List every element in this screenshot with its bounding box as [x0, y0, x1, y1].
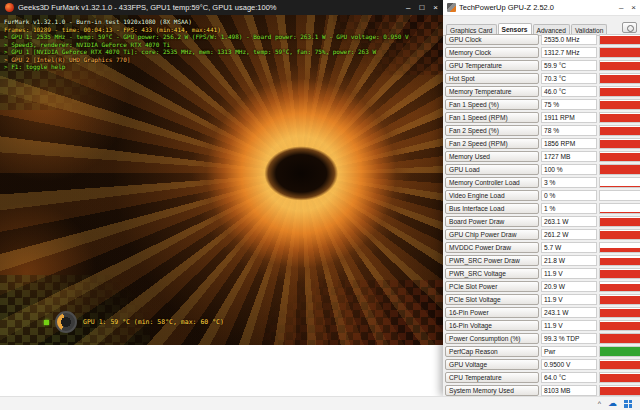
sensor-row: System Memory Used8103 MB [445, 384, 640, 396]
gauge-label: GPU 1: 59 °C (min: 58°C, max: 60 °C) [83, 318, 224, 326]
gpuz-window-title: TechPowerUp GPU-Z 2.52.0 [459, 3, 616, 12]
sensor-graph [599, 164, 640, 175]
sensor-label[interactable]: GPU Clock [445, 34, 539, 45]
sensor-row: Fan 1 Speed (%)75 % [445, 98, 640, 111]
sensor-graph [599, 385, 640, 396]
sensor-row: Fan 2 Speed (%)78 % [445, 124, 640, 137]
sensor-label[interactable]: Memory Controller Load [445, 177, 539, 188]
sensor-label[interactable]: PerfCap Reason [445, 346, 539, 357]
sensor-row: Video Engine Load0 % [445, 189, 640, 202]
sensor-label[interactable]: Fan 1 Speed (RPM) [445, 112, 539, 123]
sensor-value: 0.9500 V [541, 359, 597, 370]
sensor-graph [599, 138, 640, 149]
sensor-label[interactable]: System Memory Used [445, 385, 539, 396]
sensor-label[interactable]: 16-Pin Power [445, 307, 539, 318]
sensor-label[interactable]: 16-Pin Voltage [445, 320, 539, 331]
sensor-label[interactable]: GPU Chip Power Draw [445, 229, 539, 240]
sensor-row: Fan 2 Speed (RPM)1856 RPM [445, 137, 640, 150]
sensor-value: 5.7 W [541, 242, 597, 253]
furmark-window: Geeks3D FurMark v1.32.1.0 - 433FPS, GPU1… [0, 0, 443, 345]
sensor-value: Pwr [541, 346, 597, 357]
sensor-row: PCIe Slot Voltage11.9 V [445, 293, 640, 306]
gpuz-titlebar[interactable]: TechPowerUp GPU-Z 2.52.0 – × [443, 0, 640, 16]
sensor-value: 70.3 °C [541, 73, 597, 84]
sensor-row: GPU Chip Power Draw261.2 W [445, 228, 640, 241]
furmark-render-area: FurMark v1.32.1.0 - Burn-in test 1920x10… [0, 15, 443, 345]
osd-line: > GPU 1: 2535 MHz - temp: 59°C - GPU pow… [4, 33, 441, 41]
sensor-graph [599, 242, 640, 253]
sensor-label[interactable]: PCIe Slot Voltage [445, 294, 539, 305]
sensor-graph [599, 112, 640, 123]
osd-line: Frames: 10289 - time: 00:04:13 - FPS: 43… [4, 26, 441, 34]
sensor-label[interactable]: CPU Temperature [445, 372, 539, 383]
sensor-value: 2535.0 MHz [541, 34, 597, 45]
sensor-row: Memory Temperature46.0 °C [445, 85, 640, 98]
furmark-app-icon [5, 3, 14, 12]
sensor-graph [599, 86, 640, 97]
sensor-graph [599, 190, 640, 201]
sensor-row: PerfCap ReasonPwr [445, 345, 640, 358]
sensor-label[interactable]: Fan 2 Speed (RPM) [445, 138, 539, 149]
sensor-value: 1 % [541, 203, 597, 214]
sensor-label[interactable]: Hot Spot [445, 73, 539, 84]
close-button[interactable]: × [433, 4, 438, 12]
sensor-graph [599, 359, 640, 370]
sensor-label[interactable]: Bus Interface Load [445, 203, 539, 214]
sensor-row: GPU Clock2535.0 MHz [445, 33, 640, 46]
sensor-value: 11.9 V [541, 268, 597, 279]
sensor-label[interactable]: Video Engine Load [445, 190, 539, 201]
maximize-button[interactable]: □ [419, 4, 424, 12]
mosaic-overlay-bottom-right [263, 280, 443, 345]
tray-app-icon[interactable] [624, 400, 632, 408]
sensor-label[interactable]: Board Power Draw [445, 216, 539, 227]
sensor-label[interactable]: GPU Voltage [445, 359, 539, 370]
minimize-button[interactable]: – [619, 4, 623, 12]
sensor-value: 11.9 V [541, 320, 597, 331]
taskbar: ^ ☁ [0, 396, 640, 410]
sensor-graph [599, 125, 640, 136]
sensor-row: 16-Pin Power243.1 W [445, 306, 640, 319]
sensor-value: 263.1 W [541, 216, 597, 227]
sensor-label[interactable]: Memory Clock [445, 47, 539, 58]
sensor-row: GPU Voltage0.9500 V [445, 358, 640, 371]
sensor-label[interactable]: PWR_SRC Power Draw [445, 255, 539, 266]
sensor-label[interactable]: GPU Temperature [445, 60, 539, 71]
tray-chevron-icon[interactable]: ^ [598, 400, 601, 407]
furmark-titlebar[interactable]: Geeks3D FurMark v1.32.1.0 - 433FPS, GPU1… [0, 0, 443, 15]
sensor-label[interactable]: PCIe Slot Power [445, 281, 539, 292]
sensor-row: PCIe Slot Power20.9 W [445, 280, 640, 293]
sensor-label[interactable]: Fan 1 Speed (%) [445, 99, 539, 110]
sensor-label[interactable]: Memory Temperature [445, 86, 539, 97]
sensor-label[interactable]: MVDDC Power Draw [445, 242, 539, 253]
sensor-graph [599, 99, 640, 110]
furmark-window-title: Geeks3D FurMark v1.32.1.0 - 433FPS, GPU1… [18, 3, 402, 12]
sensor-row: Fan 1 Speed (RPM)1911 RPM [445, 111, 640, 124]
sensor-label[interactable]: Fan 2 Speed (%) [445, 125, 539, 136]
sensor-row: GPU Temperature59.9 °C [445, 59, 640, 72]
sensor-label[interactable]: GPU Load [445, 164, 539, 175]
minimize-button[interactable]: – [406, 4, 410, 12]
gpuz-app-icon [447, 3, 456, 12]
sensor-graph [599, 294, 640, 305]
sensor-graph [599, 216, 640, 227]
sensor-value: 0 % [541, 190, 597, 201]
sensor-value: 8103 MB [541, 385, 597, 396]
sensor-value: 261.2 W [541, 229, 597, 240]
sensor-label[interactable]: PWR_SRC Voltage [445, 268, 539, 279]
sensor-graph [599, 151, 640, 162]
sensor-graph [599, 203, 640, 214]
sensor-label[interactable]: Power Consumption (%) [445, 333, 539, 344]
close-button[interactable]: × [631, 4, 636, 12]
onedrive-cloud-icon[interactable]: ☁ [608, 399, 617, 408]
sensor-row: Power Consumption (%)99.3 % TDP [445, 332, 640, 345]
osd-line: FurMark v1.32.1.0 - Burn-in test 1920x10… [4, 18, 441, 26]
sensor-graph [599, 229, 640, 240]
sensor-graph [599, 346, 640, 357]
sensor-row: PWR_SRC Power Draw21.8 W [445, 254, 640, 267]
mosaic-overlay-bottom-left [0, 275, 150, 345]
sensor-label[interactable]: Memory Used [445, 151, 539, 162]
sensor-value: 21.8 W [541, 255, 597, 266]
osd-line: > F1: toggle help [4, 63, 441, 71]
sensor-row: Hot Spot70.3 °C [445, 72, 640, 85]
sensor-graph [599, 177, 640, 188]
